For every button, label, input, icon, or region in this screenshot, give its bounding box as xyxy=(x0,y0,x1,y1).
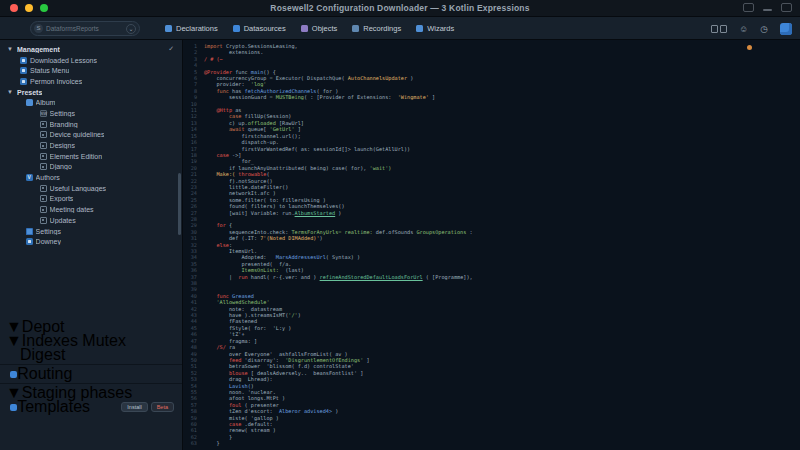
sidebar-bottom-sections: ▼Depot▼Indexes MutexDigestRouting▼Stagin… xyxy=(0,320,182,414)
sidebar-item-settings[interactable]: SWSettings xyxy=(0,108,182,119)
sidebar-label: Management xyxy=(17,46,60,53)
tab-file-icon xyxy=(233,25,240,32)
doc-icon xyxy=(26,238,33,245)
tab-recordings[interactable]: Recordings xyxy=(352,24,401,33)
minimize-icon[interactable] xyxy=(763,9,772,11)
sidebar-scrollbar[interactable] xyxy=(178,173,181,235)
sidebar-item-exports[interactable]: Exports xyxy=(0,194,182,205)
window-title: Rosewell2 Configuration Downloader — 3 K… xyxy=(0,3,800,13)
code-line[interactable]: 63 } xyxy=(184,440,800,446)
chevron-down-icon[interactable]: ▼ xyxy=(6,46,14,52)
square-icon xyxy=(40,185,47,192)
tab-wizards[interactable]: Wizards xyxy=(416,24,454,33)
sidebar-label: Routing xyxy=(17,365,72,383)
sidebar-item-digest[interactable]: Digest xyxy=(0,348,182,362)
sidebar-item-useful-languages[interactable]: Useful Languages xyxy=(0,183,182,194)
line-number: 63 xyxy=(184,440,204,446)
tab-label: Declarations xyxy=(176,24,218,33)
sidebar-item-permon-invoices[interactable]: Permon Invoices xyxy=(0,76,182,87)
sidebar-item-updates[interactable]: Updates xyxy=(0,215,182,226)
sidebar-item-routing[interactable]: Routing xyxy=(0,367,182,381)
sidebar-item-status-menu[interactable]: Status Menu xyxy=(0,65,182,76)
project-sidebar: ▼Management✓Downloaded LessonsStatus Men… xyxy=(0,40,183,450)
sidebar-label: Designs xyxy=(50,142,75,149)
sidebar-item-device-guidelines[interactable]: Device guidelines xyxy=(0,130,182,141)
sidebar-section-management[interactable]: ▼Management✓ xyxy=(0,44,182,55)
search-scope-icon: S xyxy=(34,24,43,33)
sidebar-label: Useful Languages xyxy=(50,185,106,192)
code-editor[interactable]: 1import Crypto.SessionsLeasing,2 extensi… xyxy=(184,40,800,450)
search-text: DataformsReports xyxy=(46,25,126,32)
sidebar-label: Authors xyxy=(36,174,60,181)
code-text: | run handl( r-{.ver: and ) refineAndSto… xyxy=(204,274,473,280)
doc-icon xyxy=(20,67,27,74)
sidebar-label: Exports xyxy=(50,195,74,202)
sidebar-label: Meeting dates xyxy=(50,206,94,213)
code-text: [wait] Variable: run.AlbumsStarted ) xyxy=(204,210,341,216)
tab-label: Recordings xyxy=(363,24,401,33)
sidebar-item-downey[interactable]: Downey xyxy=(0,236,182,247)
title-bar: Rosewell2 Configuration Downloader — 3 K… xyxy=(0,0,800,17)
beta-button[interactable]: Beta xyxy=(151,402,174,412)
sidebar-item-settings[interactable]: Settings xyxy=(0,226,182,237)
sidebar-label: Downloaded Lessons xyxy=(30,57,97,64)
toolbar: S DataformsReports ⌄ DeclarationsDatasou… xyxy=(0,17,800,40)
install-button[interactable]: Install xyxy=(121,402,147,412)
v-icon: V xyxy=(26,174,33,181)
sidebar-label: Elements Edition xyxy=(50,153,103,160)
clock-icon[interactable]: ◷ xyxy=(760,24,768,34)
sidebar-item-elements-edition[interactable]: Elements Edition xyxy=(0,151,182,162)
sidebar-label: Presets xyxy=(17,89,42,96)
tab-objects[interactable]: Objects xyxy=(301,24,337,33)
sidebar-section-presets[interactable]: ▼Presets xyxy=(0,87,182,98)
sidebar-item-downloaded-lessons[interactable]: Downloaded Lessons xyxy=(0,55,182,66)
sidebar-item-designs[interactable]: Designs xyxy=(0,140,182,151)
tab-declarations[interactable]: Declarations xyxy=(165,24,218,33)
folder-icon xyxy=(26,99,33,106)
sidebar-item-templates[interactable]: TemplatesInstallBeta xyxy=(0,400,182,414)
warning-marker-icon[interactable] xyxy=(747,45,752,50)
search-input[interactable]: S DataformsReports ⌄ xyxy=(30,21,140,36)
fullscreen-icon[interactable] xyxy=(781,3,792,12)
square-icon xyxy=(40,163,47,170)
tab-file-icon xyxy=(352,25,359,32)
sidebar-label: Branding xyxy=(50,121,78,128)
tab-file-icon xyxy=(301,25,308,32)
tab-datasources[interactable]: Datasources xyxy=(233,24,286,33)
square-icon xyxy=(40,206,47,213)
code-text: sessionGuard = MUSTBeing( : [Provider of… xyxy=(204,94,435,100)
sidebar-label: Django xyxy=(50,163,72,170)
sidebar-item-django[interactable]: Django xyxy=(0,162,182,173)
project-tree: ▼Management✓Downloaded LessonsStatus Men… xyxy=(0,44,182,247)
titlebar-window-controls xyxy=(743,3,792,12)
sidebar-item-meeting-dates[interactable]: Meeting dates xyxy=(0,204,182,215)
tab-label: Wizards xyxy=(427,24,454,33)
checkmark-icon: ✓ xyxy=(168,45,174,53)
sidebar-item-album[interactable]: Album xyxy=(0,97,182,108)
split-view-icon[interactable] xyxy=(743,3,754,12)
dot-icon xyxy=(10,371,17,378)
sidebar-item-branding[interactable]: Branding xyxy=(0,119,182,130)
doc-icon xyxy=(20,57,27,64)
sidebar-label: Status Menu xyxy=(30,67,69,74)
avatar[interactable] xyxy=(780,23,792,35)
square-icon xyxy=(40,153,47,160)
tab-label: Objects xyxy=(312,24,337,33)
sidebar-item-authors[interactable]: VAuthors xyxy=(0,172,182,183)
chevron-down-icon[interactable]: ▼ xyxy=(6,89,14,95)
code-lines: 1import Crypto.SessionsLeasing,2 extensi… xyxy=(184,43,800,447)
square-icon xyxy=(40,121,47,128)
square-icon xyxy=(40,131,47,138)
sidebar-label: Digest xyxy=(20,346,65,364)
dot-icon xyxy=(10,404,17,411)
sidebar-label: Album xyxy=(36,99,56,106)
search-dropdown-icon[interactable]: ⌄ xyxy=(126,24,136,34)
toolbar-tabs: DeclarationsDatasourcesObjectsRecordings… xyxy=(165,17,454,40)
panel-layout-icon[interactable] xyxy=(711,25,727,33)
sidebar-label: Permon Invoices xyxy=(30,78,82,85)
sidebar-label: Device guidelines xyxy=(50,131,105,138)
user-icon[interactable]: ☺ xyxy=(739,24,748,34)
sw-badge: SW xyxy=(40,110,47,117)
sidebar-label: Settings xyxy=(50,110,75,117)
sidebar-label: Updates xyxy=(50,217,76,224)
